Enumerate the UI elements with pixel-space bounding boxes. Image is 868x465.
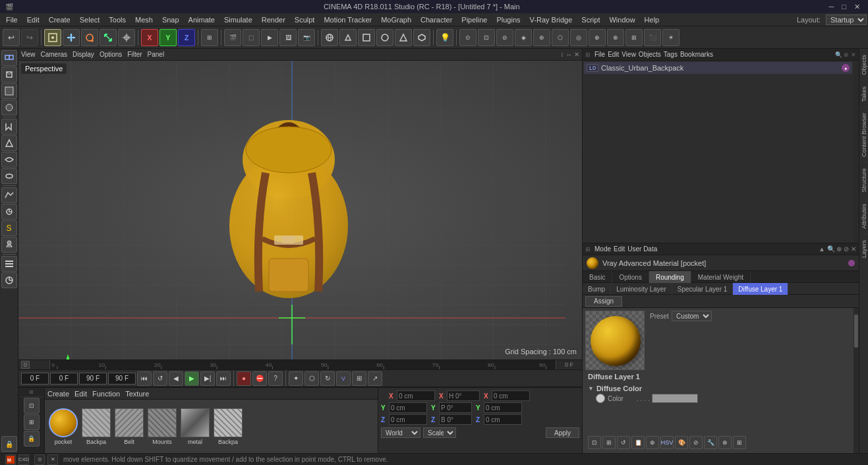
- shape-btn4[interactable]: [376, 29, 393, 46]
- tool-btn8[interactable]: ⊕: [589, 29, 606, 46]
- menu-window[interactable]: Window: [604, 15, 639, 25]
- tf-x-rot[interactable]: [447, 390, 480, 401]
- status-icon2[interactable]: ✕: [47, 454, 58, 465]
- z-axis-btn[interactable]: Z: [178, 29, 195, 46]
- lt-lock-btn[interactable]: 🔒: [1, 436, 17, 452]
- lt-btn-8[interactable]: [1, 168, 17, 184]
- lt-btn-1[interactable]: [1, 50, 17, 66]
- camera-btn[interactable]: 🎬: [224, 29, 241, 46]
- anim-frame-end[interactable]: [79, 373, 107, 385]
- mat-menu-create[interactable]: Create: [47, 390, 69, 398]
- model-mode-btn[interactable]: [44, 29, 61, 46]
- shape-btn3[interactable]: [358, 29, 375, 46]
- anim-record-btn[interactable]: ●: [237, 371, 251, 386]
- menu-select[interactable]: Select: [75, 15, 105, 25]
- attr-subtab-diffuse[interactable]: Diffuse Layer 1: [733, 283, 788, 295]
- tf-x-scale[interactable]: [492, 390, 530, 401]
- anim-move-btn[interactable]: ✦: [289, 371, 303, 386]
- menu-simulate[interactable]: Simulate: [219, 15, 257, 25]
- menu-edit[interactable]: Edit: [22, 15, 44, 25]
- shape-btn2[interactable]: [339, 29, 357, 46]
- menu-create[interactable]: Create: [44, 15, 75, 25]
- anim-last-btn[interactable]: ⏭: [216, 371, 231, 386]
- menu-plugins[interactable]: Plugins: [492, 15, 525, 25]
- attr-scrollbar-thumb[interactable]: [854, 315, 858, 348]
- light-btn[interactable]: 💡: [436, 29, 453, 46]
- assign-button[interactable]: Assign: [585, 296, 622, 307]
- attr-menu-userdata[interactable]: User Data: [627, 245, 657, 253]
- sphere-btn[interactable]: [321, 29, 338, 46]
- lt-btn-9[interactable]: [1, 187, 17, 203]
- vp-tab-display[interactable]: Display: [72, 51, 94, 58]
- menu-file[interactable]: File: [1, 15, 22, 25]
- right-tab-content[interactable]: Content Browser: [859, 107, 868, 162]
- c4d-logo[interactable]: C4D: [18, 454, 29, 465]
- lt-btn-7[interactable]: [1, 152, 17, 168]
- anim-grid-btn[interactable]: ⊞: [352, 371, 366, 386]
- material-backpack2[interactable]: Backpa: [214, 408, 243, 445]
- status-icon1[interactable]: ⊙: [34, 454, 45, 465]
- obj-item-backpack[interactable]: L0 Classic_Urban_Backpack ●: [584, 62, 852, 74]
- menu-character[interactable]: Character: [416, 15, 457, 25]
- minimize-btn[interactable]: ─: [826, 3, 837, 11]
- coord-scale-select[interactable]: Scale: [423, 427, 456, 438]
- mat-menu-texture[interactable]: Texture: [125, 390, 149, 398]
- vp-tab-cameras[interactable]: Cameras: [41, 51, 68, 58]
- attr-icon-7[interactable]: 🎨: [675, 436, 688, 449]
- obj-menu-tags[interactable]: Tags: [664, 51, 678, 58]
- preset-select[interactable]: Custom: [672, 311, 712, 321]
- material-belt[interactable]: Belt: [115, 408, 144, 445]
- obj-menu-objects[interactable]: Objects: [639, 51, 661, 58]
- obj-menu-bookmarks[interactable]: Bookmarks: [680, 51, 713, 58]
- obj-tag-material[interactable]: ●: [842, 64, 850, 72]
- vp-tab-options[interactable]: Options: [100, 51, 122, 58]
- mat-icon2[interactable]: ⊞: [24, 414, 40, 430]
- tf-y-rot[interactable]: [439, 402, 472, 413]
- anim-ik-btn[interactable]: ↻: [320, 371, 335, 386]
- lt-btn-12[interactable]: [1, 237, 17, 253]
- lt-btn-2[interactable]: [1, 67, 17, 82]
- tool-btn4[interactable]: ◈: [515, 29, 532, 46]
- obj-menu-edit[interactable]: Edit: [608, 51, 619, 58]
- attr-icon-1[interactable]: ⊡: [588, 436, 601, 449]
- anim-next-btn[interactable]: ▶|: [200, 371, 215, 386]
- anim-frame-current[interactable]: [50, 373, 78, 385]
- color-radio-btn[interactable]: [596, 394, 605, 403]
- tool-btn10[interactable]: ⊞: [625, 29, 643, 46]
- material-metal[interactable]: metal: [181, 408, 210, 445]
- anim-expand-btn[interactable]: ↗: [368, 371, 382, 386]
- attr-subtab-spec[interactable]: Specular Layer 1: [672, 283, 734, 295]
- anim-frame-start[interactable]: [21, 373, 49, 385]
- tf-y-scale[interactable]: [484, 402, 522, 413]
- menu-snap[interactable]: Snap: [158, 15, 184, 25]
- attr-subtab-bump[interactable]: Bump: [583, 283, 611, 295]
- tf-x-pos[interactable]: [397, 390, 435, 401]
- shape-btn5[interactable]: [395, 29, 412, 46]
- menu-vray[interactable]: V-Ray Bridge: [525, 15, 577, 25]
- anim-help-btn[interactable]: ?: [268, 371, 283, 386]
- tool-btn9[interactable]: ⊗: [607, 29, 624, 46]
- attr-scrollbar[interactable]: [854, 308, 859, 453]
- vp-tab-view[interactable]: View: [21, 51, 36, 58]
- render-view-btn[interactable]: ▶: [261, 29, 278, 46]
- tool-btn11[interactable]: ⬛: [644, 29, 661, 46]
- mat-menu-edit[interactable]: Edit: [74, 390, 87, 398]
- coord-system-btn[interactable]: ⊞: [201, 29, 218, 46]
- menu-sculpt[interactable]: Sculpt: [290, 15, 320, 25]
- y-axis-btn[interactable]: Y: [159, 29, 177, 46]
- redo-btn[interactable]: ↪: [21, 29, 38, 46]
- tf-y-pos[interactable]: [389, 402, 427, 413]
- right-tab-structure[interactable]: Structure: [859, 162, 868, 198]
- lt-btn-5[interactable]: [1, 119, 17, 135]
- tool-btn5[interactable]: ⊛: [533, 29, 550, 46]
- material-backpack[interactable]: Backpa: [82, 408, 111, 445]
- rotate-btn[interactable]: [81, 29, 98, 46]
- attr-icon-3[interactable]: ↺: [617, 436, 630, 449]
- close-btn[interactable]: ✕: [852, 3, 863, 11]
- anim-keyframe-btn[interactable]: ⬡: [304, 371, 319, 386]
- vp-tab-panel[interactable]: Panel: [148, 51, 165, 58]
- undo-btn[interactable]: ↩: [3, 29, 20, 46]
- mat-menu-function[interactable]: Function: [92, 390, 120, 398]
- menu-pipeline[interactable]: Pipeline: [457, 15, 492, 25]
- obj-scrollbar[interactable]: [854, 61, 859, 243]
